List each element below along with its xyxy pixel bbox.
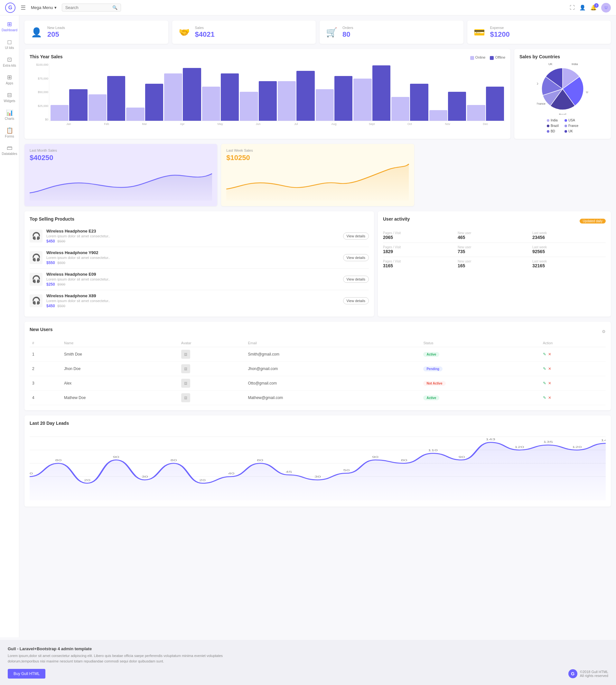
action-icons: ✎ ✕: [543, 395, 603, 400]
sales-value: $4021: [195, 30, 215, 39]
sidebar-item-dashboard[interactable]: ⊞ Dashboard: [0, 18, 19, 35]
status-badge: Active: [423, 395, 439, 400]
svg-text:France: France: [537, 102, 546, 105]
users-table-body: 1 Smith Doe 🖼 Smith@gmail.com Active ✎ ✕…: [29, 347, 606, 405]
settings-icon[interactable]: ⚙: [602, 329, 606, 334]
sales-label: Sales: [195, 26, 215, 30]
expense-label: Expense: [490, 26, 510, 30]
sidebar-item-forms[interactable]: 📋 Forms: [0, 124, 19, 141]
buy-btn[interactable]: Buy Gull HTML: [8, 669, 45, 679]
sidebar-item-apps[interactable]: ⊞ Apps: [0, 71, 19, 88]
view-details-btn[interactable]: View details: [343, 297, 369, 304]
user-activity-card: User activity Updated daily Pages / Visi…: [378, 211, 611, 317]
edit-btn[interactable]: ✎: [543, 366, 546, 371]
sidebar-item-extra-kits[interactable]: ⊡ Extra kits: [0, 53, 19, 70]
cell-action: ✎ ✕: [541, 347, 606, 362]
product-info: Wireless Headphone X89 Lorem ipsum dolor…: [46, 293, 339, 308]
cell-name: Jhon Doe: [62, 362, 179, 376]
sidebar-item-charts[interactable]: 📊 Charts: [0, 107, 19, 123]
col-email: Email: [245, 339, 421, 347]
search-box[interactable]: 🔍: [62, 3, 121, 12]
bar-chart-legend: Online Offline: [470, 56, 505, 60]
ui-kits-icon: ◻: [7, 38, 12, 45]
status-badge: Active: [423, 352, 439, 357]
delete-btn[interactable]: ✕: [548, 395, 551, 400]
cell-name: Mathew Doe: [62, 391, 179, 405]
view-details-btn[interactable]: View details: [343, 233, 369, 240]
svg-text:30: 30: [314, 475, 321, 478]
svg-text:80: 80: [56, 458, 62, 462]
avatar-thumb: 🖼: [181, 393, 190, 402]
delete-btn[interactable]: ✕: [548, 366, 551, 371]
edit-btn[interactable]: ✎: [543, 352, 546, 357]
bar-chart-title: This Year Sales: [29, 54, 62, 59]
mega-menu[interactable]: Mega Menu ▾: [31, 5, 57, 10]
sidebar-item-label: Datatables: [2, 152, 17, 155]
last-month-value: $40250: [29, 154, 212, 162]
pie-legend-item: France: [565, 124, 578, 128]
sidebar-item-ui-kits[interactable]: ◻ UI kits: [0, 36, 19, 52]
col-action: Action: [541, 339, 606, 347]
orders-label: Orders: [343, 26, 353, 30]
cell-avatar: 🖼: [179, 362, 246, 376]
view-details-btn[interactable]: View details: [343, 254, 369, 261]
svg-text:80: 80: [171, 458, 177, 462]
svg-text:80: 80: [257, 458, 263, 462]
delete-btn[interactable]: ✕: [548, 352, 551, 357]
fullscreen-btn[interactable]: ⛶: [570, 5, 575, 10]
delete-btn[interactable]: ✕: [548, 381, 551, 385]
leads-label: New Leads: [47, 26, 65, 30]
pie-chart-title: Sales by Countries: [520, 54, 606, 59]
last-month-card: Last Month Sales $40250: [24, 144, 217, 206]
sidebar-item-label: Widgets: [3, 99, 15, 103]
cell-num: 4: [29, 391, 62, 405]
dashboard-icon: ⊞: [7, 21, 12, 28]
view-details-btn[interactable]: View details: [343, 276, 369, 283]
widgets-icon: ⊟: [7, 91, 12, 99]
pie-legend-item: UK: [565, 129, 578, 133]
product-old-price: $600: [57, 261, 65, 265]
svg-text:20: 20: [84, 478, 90, 482]
product-old-price: $500: [57, 304, 65, 308]
col-avatar: Avatar: [179, 339, 246, 347]
product-price: $450: [46, 239, 55, 243]
svg-text:40: 40: [228, 471, 235, 475]
table-header-row: # Name Avatar Email Status Action: [29, 339, 606, 347]
updated-badge: Updated daily: [580, 219, 606, 223]
product-item: 🎧 Wireless Headphone X89 Lorem ipsum dol…: [29, 290, 369, 312]
col-num: #: [29, 339, 62, 347]
expense-value: $1200: [490, 30, 510, 39]
sidebar-item-datatables[interactable]: 🗃 Datatables: [0, 142, 19, 158]
avatar[interactable]: U: [601, 3, 611, 13]
sidebar-item-label: Charts: [5, 117, 14, 121]
hamburger-menu[interactable]: ☰: [21, 4, 26, 11]
new-user-cell: New user 165: [458, 260, 531, 268]
table-row: 4 Mathew Doe 🖼 Mathew@gmail.com Active ✎…: [29, 391, 606, 405]
edit-btn[interactable]: ✎: [543, 381, 546, 385]
cell-action: ✎ ✕: [541, 376, 606, 391]
top-bar: G ☰ Mega Menu ▾ 🔍 ⛶ 👤 🔔 3 U: [0, 0, 616, 16]
status-badge: Not Active: [423, 381, 445, 386]
col-status: Status: [421, 339, 540, 347]
svg-text:30: 30: [141, 475, 148, 478]
user-icon-btn[interactable]: 👤: [579, 4, 586, 10]
notifications-btn[interactable]: 🔔 3: [590, 4, 597, 10]
cell-num: 2: [29, 362, 62, 376]
search-icon: 🔍: [112, 5, 117, 10]
app-logo: G: [5, 3, 16, 13]
avatar-thumb: 🖼: [181, 364, 190, 373]
svg-text:110: 110: [428, 448, 438, 452]
svg-text:140: 140: [601, 438, 606, 442]
sidebar-item-widgets[interactable]: ⊟ Widgets: [0, 89, 19, 105]
svg-text:India: India: [572, 63, 578, 66]
svg-text:20: 20: [199, 478, 206, 482]
product-old-price: $900: [57, 282, 65, 286]
edit-btn[interactable]: ✎: [543, 395, 546, 400]
activity-row: Pages / Visit 3165 New user 165 Last wee…: [383, 257, 606, 271]
pages-cell: Pages / Visit 2065: [383, 231, 456, 240]
search-input[interactable]: [65, 5, 110, 10]
bar-chart: [49, 63, 505, 121]
svg-text:40: 40: [29, 471, 33, 475]
action-icons: ✎ ✕: [543, 366, 603, 371]
product-thumb: 🎧: [29, 273, 43, 286]
